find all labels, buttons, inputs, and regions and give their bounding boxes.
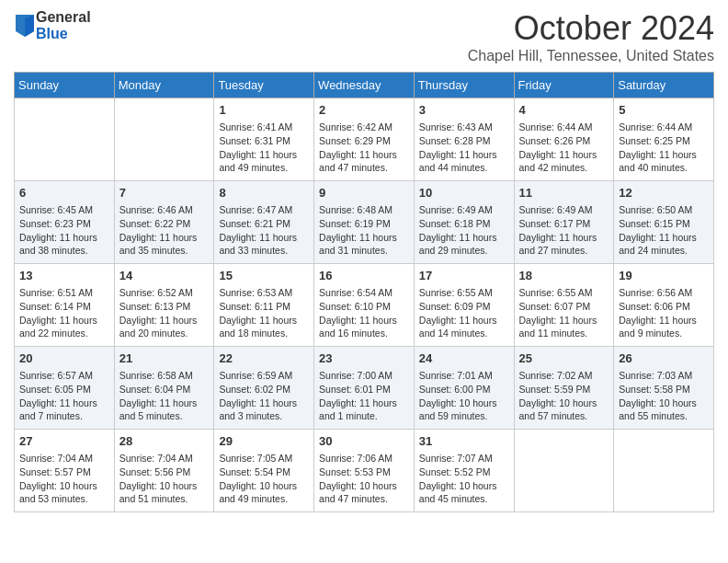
day-info: Sunrise: 6:51 AM Sunset: 6:14 PM Dayligh… (19, 286, 109, 340)
calendar-cell: 3Sunrise: 6:43 AM Sunset: 6:28 PM Daylig… (414, 98, 514, 181)
day-number: 24 (419, 350, 509, 367)
day-of-week-header: Tuesday (214, 73, 314, 98)
calendar-cell: 12Sunrise: 6:50 AM Sunset: 6:15 PM Dayli… (614, 181, 714, 264)
calendar-cell: 13Sunrise: 6:51 AM Sunset: 6:14 PM Dayli… (15, 264, 115, 347)
day-info: Sunrise: 6:42 AM Sunset: 6:29 PM Dayligh… (319, 121, 409, 175)
logo-blue: Blue (36, 26, 91, 42)
day-number: 6 (19, 185, 109, 201)
day-info: Sunrise: 7:04 AM Sunset: 5:56 PM Dayligh… (119, 452, 210, 506)
day-number: 29 (219, 433, 309, 450)
calendar-cell: 21Sunrise: 6:58 AM Sunset: 6:04 PM Dayli… (114, 347, 214, 430)
location-title: Chapel Hill, Tennessee, United States (468, 48, 714, 64)
calendar-cell: 22Sunrise: 6:59 AM Sunset: 6:02 PM Dayli… (214, 347, 314, 430)
day-number: 13 (19, 268, 109, 284)
calendar-week-row: 27Sunrise: 7:04 AM Sunset: 5:57 PM Dayli… (15, 430, 714, 512)
svg-marker-1 (25, 15, 34, 37)
day-info: Sunrise: 6:55 AM Sunset: 6:07 PM Dayligh… (519, 286, 609, 340)
calendar-cell: 24Sunrise: 7:01 AM Sunset: 6:00 PM Dayli… (414, 347, 514, 430)
calendar-cell: 9Sunrise: 6:48 AM Sunset: 6:19 PM Daylig… (314, 181, 415, 264)
calendar-cell: 23Sunrise: 7:00 AM Sunset: 6:01 PM Dayli… (314, 347, 415, 430)
calendar-cell: 6Sunrise: 6:45 AM Sunset: 6:23 PM Daylig… (15, 181, 115, 264)
calendar-cell: 28Sunrise: 7:04 AM Sunset: 5:56 PM Dayli… (114, 430, 214, 512)
calendar-cell: 19Sunrise: 6:56 AM Sunset: 6:06 PM Dayli… (614, 264, 714, 347)
day-info: Sunrise: 6:57 AM Sunset: 6:05 PM Dayligh… (19, 369, 109, 423)
day-info: Sunrise: 6:49 AM Sunset: 6:18 PM Dayligh… (419, 203, 509, 258)
page-header: General Blue October 2024 Chapel Hill, T… (14, 9, 714, 64)
day-number: 11 (519, 185, 609, 201)
calendar-week-row: 6Sunrise: 6:45 AM Sunset: 6:23 PM Daylig… (15, 181, 714, 264)
day-info: Sunrise: 7:07 AM Sunset: 5:52 PM Dayligh… (419, 452, 509, 506)
day-info: Sunrise: 6:53 AM Sunset: 6:11 PM Dayligh… (219, 286, 309, 340)
day-of-week-header: Sunday (15, 73, 115, 98)
calendar-body: 1Sunrise: 6:41 AM Sunset: 6:31 PM Daylig… (15, 98, 714, 512)
day-info: Sunrise: 6:46 AM Sunset: 6:22 PM Dayligh… (119, 203, 210, 258)
day-of-week-header: Friday (514, 73, 614, 98)
day-number: 20 (19, 350, 109, 367)
day-number: 8 (219, 185, 309, 201)
calendar-cell: 11Sunrise: 6:49 AM Sunset: 6:17 PM Dayli… (514, 181, 614, 264)
day-number: 18 (519, 268, 609, 284)
day-info: Sunrise: 7:04 AM Sunset: 5:57 PM Dayligh… (19, 452, 109, 506)
day-info: Sunrise: 6:41 AM Sunset: 6:31 PM Dayligh… (219, 121, 309, 175)
day-of-week-header: Saturday (614, 73, 714, 98)
day-info: Sunrise: 6:50 AM Sunset: 6:15 PM Dayligh… (619, 203, 709, 258)
day-number: 1 (219, 102, 309, 119)
calendar-cell: 27Sunrise: 7:04 AM Sunset: 5:57 PM Dayli… (15, 430, 115, 512)
day-info: Sunrise: 7:03 AM Sunset: 5:58 PM Dayligh… (619, 369, 709, 423)
calendar-cell (15, 98, 115, 181)
day-number: 3 (419, 102, 509, 119)
day-number: 22 (219, 350, 309, 367)
day-number: 9 (319, 185, 409, 201)
calendar-cell: 7Sunrise: 6:46 AM Sunset: 6:22 PM Daylig… (114, 181, 214, 264)
day-of-week-header: Wednesday (314, 73, 415, 98)
day-number: 26 (619, 350, 709, 367)
day-info: Sunrise: 6:52 AM Sunset: 6:13 PM Dayligh… (119, 286, 210, 340)
calendar-cell: 16Sunrise: 6:54 AM Sunset: 6:10 PM Dayli… (314, 264, 415, 347)
day-number: 2 (319, 102, 409, 119)
logo-text: General Blue (36, 9, 91, 41)
day-number: 25 (519, 350, 609, 367)
calendar-cell: 8Sunrise: 6:47 AM Sunset: 6:21 PM Daylig… (214, 181, 314, 264)
day-info: Sunrise: 7:00 AM Sunset: 6:01 PM Dayligh… (319, 369, 409, 423)
day-number: 28 (119, 433, 210, 450)
day-number: 27 (19, 433, 109, 450)
calendar-cell: 15Sunrise: 6:53 AM Sunset: 6:11 PM Dayli… (214, 264, 314, 347)
day-info: Sunrise: 7:05 AM Sunset: 5:54 PM Dayligh… (219, 452, 309, 506)
calendar-table: SundayMondayTuesdayWednesdayThursdayFrid… (14, 72, 714, 512)
calendar-week-row: 13Sunrise: 6:51 AM Sunset: 6:14 PM Dayli… (15, 264, 714, 347)
calendar-cell: 26Sunrise: 7:03 AM Sunset: 5:58 PM Dayli… (614, 347, 714, 430)
day-number: 30 (319, 433, 409, 450)
day-info: Sunrise: 6:44 AM Sunset: 6:26 PM Dayligh… (519, 121, 609, 175)
day-of-week-header: Thursday (414, 73, 514, 98)
calendar-cell: 1Sunrise: 6:41 AM Sunset: 6:31 PM Daylig… (214, 98, 314, 181)
logo-icon (16, 15, 34, 37)
day-info: Sunrise: 6:49 AM Sunset: 6:17 PM Dayligh… (519, 203, 609, 258)
calendar-cell: 14Sunrise: 6:52 AM Sunset: 6:13 PM Dayli… (114, 264, 214, 347)
calendar-cell (514, 430, 614, 512)
calendar-header-row: SundayMondayTuesdayWednesdayThursdayFrid… (15, 73, 714, 98)
day-number: 19 (619, 268, 709, 284)
day-number: 10 (419, 185, 509, 201)
day-number: 15 (219, 268, 309, 284)
day-info: Sunrise: 6:43 AM Sunset: 6:28 PM Dayligh… (419, 121, 509, 175)
day-number: 17 (419, 268, 509, 284)
title-block: October 2024 Chapel Hill, Tennessee, Uni… (468, 9, 714, 64)
logo-general: General (36, 9, 91, 26)
calendar-cell: 18Sunrise: 6:55 AM Sunset: 6:07 PM Dayli… (514, 264, 614, 347)
day-info: Sunrise: 6:55 AM Sunset: 6:09 PM Dayligh… (419, 286, 509, 340)
calendar-cell: 29Sunrise: 7:05 AM Sunset: 5:54 PM Dayli… (214, 430, 314, 512)
calendar-cell: 17Sunrise: 6:55 AM Sunset: 6:09 PM Dayli… (414, 264, 514, 347)
day-number: 16 (319, 268, 409, 284)
day-number: 4 (519, 102, 609, 119)
day-number: 21 (119, 350, 210, 367)
day-of-week-header: Monday (114, 73, 214, 98)
day-info: Sunrise: 6:47 AM Sunset: 6:21 PM Dayligh… (219, 203, 309, 258)
day-info: Sunrise: 6:48 AM Sunset: 6:19 PM Dayligh… (319, 203, 409, 258)
calendar-cell (114, 98, 214, 181)
calendar-week-row: 20Sunrise: 6:57 AM Sunset: 6:05 PM Dayli… (15, 347, 714, 430)
day-number: 5 (619, 102, 709, 119)
day-number: 14 (119, 268, 210, 284)
calendar-cell (614, 430, 714, 512)
calendar-cell: 10Sunrise: 6:49 AM Sunset: 6:18 PM Dayli… (414, 181, 514, 264)
day-number: 31 (419, 433, 509, 450)
